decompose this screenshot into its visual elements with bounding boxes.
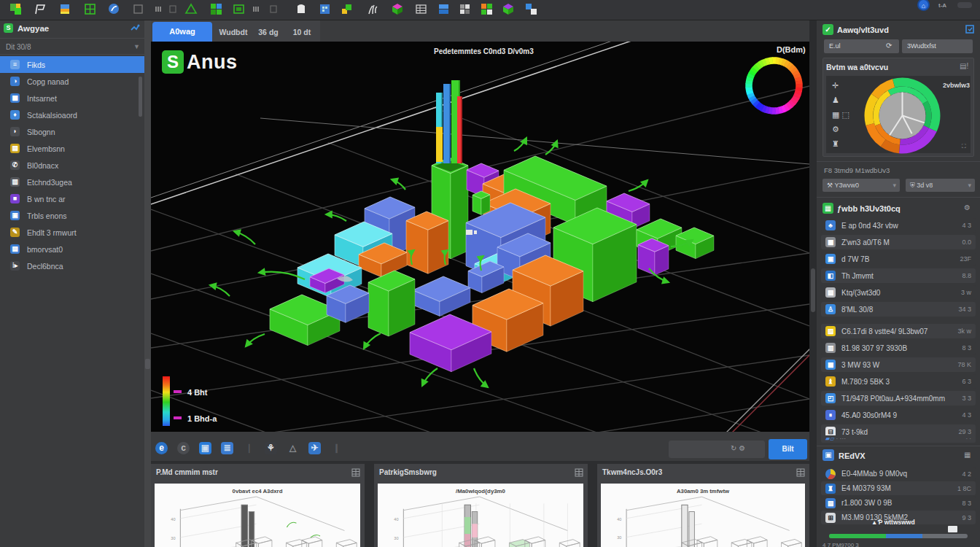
svg-text:30: 30 bbox=[171, 536, 175, 540]
svg-text:4 Bht: 4 Bht bbox=[187, 388, 208, 397]
svg-text:A30am0 3m tmfwtw: A30am0 3m tmfwtw bbox=[677, 488, 730, 494]
svg-text:Pedetemmtes C0nd3 D/v0m3: Pedetemmtes C0nd3 D/v0m3 bbox=[434, 47, 534, 55]
svg-text:0vbavt ec4 A3dxrd: 0vbavt ec4 A3dxrd bbox=[233, 488, 283, 494]
svg-text:D(Bdm): D(Bdm) bbox=[777, 45, 806, 54]
svg-text:30: 30 bbox=[394, 536, 398, 540]
svg-text:40: 40 bbox=[617, 517, 621, 521]
svg-text:/Ma0wlqod{dy3m0: /Ma0wlqod{dy3m0 bbox=[456, 488, 506, 494]
svg-text:30: 30 bbox=[617, 535, 621, 540]
svg-text:1 Bhd-a: 1 Bhd-a bbox=[187, 414, 217, 423]
svg-text:40: 40 bbox=[171, 517, 175, 521]
svg-text:40: 40 bbox=[394, 517, 398, 521]
